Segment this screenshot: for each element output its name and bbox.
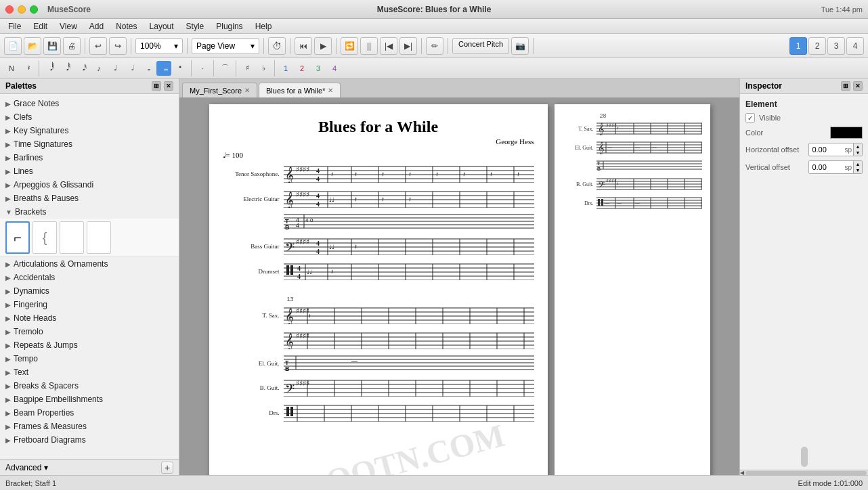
new-button[interactable]: 📄 [4,37,22,55]
note-input-mode[interactable]: N [4,61,19,76]
tab-blues[interactable]: Blues for a While* ✕ [259,83,341,97]
palette-beam[interactable]: ▶ Beam Properties [0,406,179,420]
duration-8th[interactable]: ♪ [91,61,106,76]
sharp-btn[interactable]: ♯ [240,61,255,76]
edit-mode-button[interactable]: ✏ [426,37,443,55]
print-button[interactable]: 🖨 [63,37,81,55]
palette-accidentals[interactable]: ▶ Accidentals [0,271,179,284]
duration-16th[interactable]: 𝅘𝅥𝅰 [75,61,90,76]
duration-whole[interactable]: 𝅝 [140,61,155,76]
first-measure-button[interactable]: |◀ [380,37,397,55]
augmentation-dot[interactable]: · [195,61,210,76]
rewind-button[interactable]: ⏮ [295,37,312,55]
duration-32nd[interactable]: 𝅘𝅥𝅱 [59,61,74,76]
close-button[interactable] [5,5,14,14]
open-button[interactable]: 📂 [24,37,41,55]
section-break-button[interactable]: || [360,37,378,55]
minimize-button[interactable] [18,5,26,14]
bracket-item-3[interactable] [60,221,84,254]
duration-half[interactable]: 𝅗𝅥 [124,61,139,76]
palette-tempo[interactable]: ▶ Tempo [0,352,179,365]
palette-clefs[interactable]: ▶ Clefs [0,110,179,124]
voice1-btn[interactable]: 1 [278,61,293,76]
undo-button[interactable]: ↩ [89,37,107,55]
inspector-hoffset-input[interactable] [809,146,844,154]
page-2-button[interactable]: 2 [808,37,826,55]
palette-time-signatures[interactable]: ▶ Time Signatures [0,137,179,151]
page-3-button[interactable]: 3 [827,37,845,55]
palette-repeats[interactable]: ▶ Repeats & Jumps [0,338,179,352]
menu-layout[interactable]: Layout [144,20,179,32]
palettes-expand-btn[interactable]: ⊞ [152,81,161,91]
inspector-close-btn[interactable]: ✕ [853,81,863,91]
rest-btn[interactable]: 𝄽 [20,61,35,76]
page-1-button[interactable]: 1 [789,37,807,55]
palette-note-heads[interactable]: ▶ Note Heads [0,311,179,325]
menu-view[interactable]: View [54,20,83,32]
menu-file[interactable]: File [3,20,26,32]
palette-key-signatures[interactable]: ▶ Key Signatures [0,124,179,137]
inspector-hoffset-field[interactable]: sp ▲ ▼ [808,143,863,156]
palette-tremolo[interactable]: ▶ Tremolo [0,325,179,338]
concert-pitch-button[interactable]: Concert Pitch [452,38,509,54]
bracket-item-4[interactable] [87,221,111,254]
add-palette-button[interactable]: + [161,462,173,474]
inspector-color-swatch[interactable] [830,127,863,139]
bracket-item-2[interactable]: { [32,221,57,254]
save-button[interactable]: 💾 [43,37,61,55]
palette-arpeggios[interactable]: ▶ Arpeggios & Glissandi [0,178,179,192]
metronome-button[interactable]: ⏱ [268,37,286,55]
tab-my-first-score[interactable]: My_First_Score ✕ [182,83,257,97]
duration-64th[interactable]: 𝅘𝅥𝅲 [43,61,58,76]
menu-help[interactable]: Help [250,20,278,32]
play-button[interactable]: ▶ [314,37,332,55]
palette-bagpipe[interactable]: ▶ Bagpipe Embellishments [0,393,179,406]
inspector-voffset-down[interactable]: ▼ [854,167,862,173]
palette-articulations[interactable]: ▶ Articulations & Ornaments [0,257,179,271]
tie-btn[interactable]: ⌒ [217,61,232,76]
view-select[interactable]: Page View ▾ [192,38,259,54]
flat-btn[interactable]: ♭ [256,61,271,76]
score-page-area[interactable]: Blues for a While George Hess ♩= 100 Ten… [179,97,739,475]
inspector-hoffset-down[interactable]: ▼ [854,150,862,156]
palette-brackets[interactable]: ▼ Brackets [0,205,179,219]
palette-dynamics[interactable]: ▶ Dynamics [0,284,179,298]
voice2-btn[interactable]: 2 [295,61,309,76]
palettes-close-btn[interactable]: ✕ [164,81,173,91]
palette-fretboard[interactable]: ▶ Fretboard Diagrams [0,433,179,447]
inspector-expand-btn[interactable]: ⊞ [841,81,850,91]
inspector-voffset-input[interactable] [809,163,844,171]
inspector-scroll-left[interactable]: ◀ [740,470,868,475]
palette-text[interactable]: ▶ Text [0,365,179,379]
menu-notes[interactable]: Notes [110,20,142,32]
tab-close-1[interactable]: ✕ [244,87,250,94]
inspector-voffset-field[interactable]: sp ▲ ▼ [808,160,863,174]
menu-style[interactable]: Style [181,20,210,32]
menu-edit[interactable]: Edit [28,20,53,32]
inspector-scrollbar[interactable] [801,447,808,467]
voice4-btn[interactable]: 4 [327,61,342,76]
palette-fingering[interactable]: ▶ Fingering [0,298,179,311]
advanced-button[interactable]: Advanced ▾ [5,463,48,472]
palette-barlines[interactable]: ▶ Barlines [0,151,179,164]
duration-quarter[interactable]: ♩ [108,61,123,76]
palette-grace-notes[interactable]: ▶ Grace Notes [0,97,179,110]
voice3-btn[interactable]: 3 [311,61,326,76]
duration-breve[interactable]: 𝄺 [173,61,188,76]
duration-double-whole[interactable]: 𝅜 [156,61,171,76]
palette-breaths[interactable]: ▶ Breaths & Pauses [0,192,179,205]
inspector-visible-checkbox[interactable] [745,113,755,122]
zoom-select[interactable]: 100% ▾ [135,38,183,54]
last-measure-button[interactable]: ▶| [399,37,417,55]
page-4-button[interactable]: 4 [846,37,864,55]
bracket-item-1[interactable]: ⌐ [5,221,30,254]
redo-button[interactable]: ↪ [109,37,127,55]
screenshot-button[interactable]: 📷 [511,37,529,55]
inspector-voffset-up[interactable]: ▲ [854,161,862,167]
palette-lines[interactable]: ▶ Lines [0,164,179,178]
loop-button[interactable]: 🔁 [341,37,358,55]
palette-breaks[interactable]: ▶ Breaks & Spacers [0,379,179,393]
menu-add[interactable]: Add [84,20,109,32]
inspector-hoffset-up[interactable]: ▲ [854,143,862,150]
menu-plugins[interactable]: Plugins [211,20,248,32]
